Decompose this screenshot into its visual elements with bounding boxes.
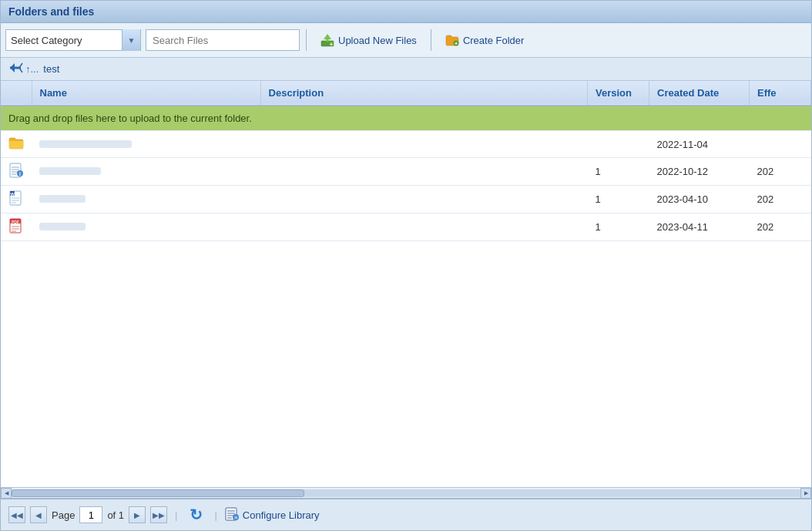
row-created-date: 2022-10-12 xyxy=(649,158,750,186)
create-folder-btn-label: Create Folder xyxy=(463,35,524,46)
row-description xyxy=(260,186,587,213)
table-row[interactable]: i 1 2022-10-12 202 xyxy=(1,158,811,186)
table-header-row: Name Description Version Created Date Ef… xyxy=(1,81,811,106)
horizontal-scrollbar[interactable]: ◀ ▶ xyxy=(1,487,811,498)
next-page-button[interactable]: ▶ xyxy=(129,506,146,523)
table-row[interactable]: PDF 1 2023-04-11 202 xyxy=(1,213,811,241)
scroll-left-arrow[interactable]: ◀ xyxy=(1,488,12,498)
breadcrumb-bar: ↑... test xyxy=(1,58,811,81)
toolbar-separator-2 xyxy=(431,29,431,51)
row-effective: 202 xyxy=(750,186,811,213)
col-name: Name xyxy=(32,81,260,106)
row-description xyxy=(260,158,587,186)
row-description xyxy=(260,131,587,158)
row-effective xyxy=(750,131,811,158)
row-name[interactable] xyxy=(32,213,260,241)
app-container: Folders and files Select Category ▼ xyxy=(0,0,812,531)
drag-drop-message: Drag and drop files here to upload to th… xyxy=(1,106,811,131)
row-description xyxy=(260,213,587,241)
row-version xyxy=(588,131,649,158)
upload-icon: + xyxy=(320,33,334,47)
svg-text:W: W xyxy=(10,192,15,197)
file-table: Name Description Version Created Date Ef… xyxy=(1,81,811,241)
col-version: Version xyxy=(588,81,649,106)
svg-text:+: + xyxy=(330,42,333,47)
scroll-right-arrow[interactable]: ▶ xyxy=(800,488,811,498)
col-checkbox xyxy=(1,81,32,106)
refresh-button[interactable]: ↻ xyxy=(185,504,206,526)
row-created-date: 2023-04-10 xyxy=(649,186,750,213)
row-icon-cell: i xyxy=(1,158,32,186)
pagination-bar: ◀◀ ◀ Page of 1 ▶ ▶▶ | ↻ | ≡ xyxy=(1,498,811,530)
svg-text:+: + xyxy=(455,40,458,47)
row-version: 1 xyxy=(588,158,649,186)
first-page-button[interactable]: ◀◀ xyxy=(8,506,25,523)
toolbar-separator-1 xyxy=(306,29,307,51)
upload-new-files-button[interactable]: + Upload New Files xyxy=(313,29,424,51)
configure-icon: ≡ xyxy=(225,507,239,523)
col-effective: Effe xyxy=(750,81,811,106)
row-name[interactable] xyxy=(32,158,260,186)
svg-text:i: i xyxy=(19,171,21,176)
configure-library-button[interactable]: ≡ Configure Library xyxy=(225,507,320,523)
prev-page-button[interactable]: ◀ xyxy=(30,506,47,523)
row-version: 1 xyxy=(588,213,649,241)
word-doc-icon: W xyxy=(8,190,24,206)
refresh-icon: ↻ xyxy=(190,506,203,524)
row-created-date: 2022-11-04 xyxy=(649,131,750,158)
drag-drop-zone[interactable]: Drag and drop files here to upload to th… xyxy=(1,106,811,131)
footer-sep: | xyxy=(175,509,177,521)
blurred-name xyxy=(39,140,132,148)
breadcrumb-current: test xyxy=(43,63,59,75)
footer-sep-2: | xyxy=(214,509,216,521)
breadcrumb-back-button[interactable]: ↑... xyxy=(8,62,39,76)
row-icon-cell: PDF xyxy=(1,213,32,241)
folder-icon xyxy=(8,136,24,151)
row-icon-cell: W xyxy=(1,186,32,213)
table-row[interactable]: 2022-11-04 xyxy=(1,131,811,158)
create-folder-button[interactable]: + Create Folder xyxy=(438,29,532,51)
row-icon-cell xyxy=(1,131,32,158)
configure-library-label: Configure Library xyxy=(243,509,320,521)
title-bar: Folders and files xyxy=(1,1,811,23)
blurred-name xyxy=(39,167,101,175)
page-number-input[interactable] xyxy=(79,506,102,523)
document-icon: i xyxy=(8,163,24,178)
category-select[interactable]: Select Category xyxy=(6,30,122,50)
pdf-icon: PDF xyxy=(8,218,24,234)
total-pages-label: of 1 xyxy=(107,509,124,521)
search-input[interactable] xyxy=(146,29,300,51)
back-arrow-icon xyxy=(8,62,24,76)
row-effective: 202 xyxy=(750,213,811,241)
category-select-wrapper[interactable]: Select Category ▼ xyxy=(5,29,141,51)
category-dropdown-arrow[interactable]: ▼ xyxy=(122,29,140,51)
svg-rect-2 xyxy=(327,38,329,42)
upload-btn-label: Upload New Files xyxy=(338,35,417,46)
blurred-name xyxy=(39,195,86,203)
row-name[interactable] xyxy=(32,186,260,213)
svg-text:≡: ≡ xyxy=(234,514,237,519)
toolbar: Select Category ▼ + Upload New Files xyxy=(1,23,811,58)
row-effective: 202 xyxy=(750,158,811,186)
page-label: Page xyxy=(52,509,75,521)
row-name[interactable] xyxy=(32,131,260,158)
create-folder-icon: + xyxy=(445,33,459,47)
row-created-date: 2023-04-11 xyxy=(649,213,750,241)
page-title: Folders and files xyxy=(8,5,94,18)
blurred-name xyxy=(39,223,86,230)
col-description: Description xyxy=(260,81,587,106)
chevron-down-icon: ▼ xyxy=(128,36,136,45)
col-created-date: Created Date xyxy=(649,81,750,106)
file-table-container: Name Description Version Created Date Ef… xyxy=(1,81,811,487)
svg-text:PDF: PDF xyxy=(12,220,19,224)
table-row[interactable]: W 1 2023-04-10 202 xyxy=(1,186,811,213)
row-version: 1 xyxy=(588,186,649,213)
last-page-button[interactable]: ▶▶ xyxy=(150,506,167,523)
breadcrumb-back-label: ↑... xyxy=(25,63,39,75)
scrollbar-thumb[interactable] xyxy=(12,489,304,497)
